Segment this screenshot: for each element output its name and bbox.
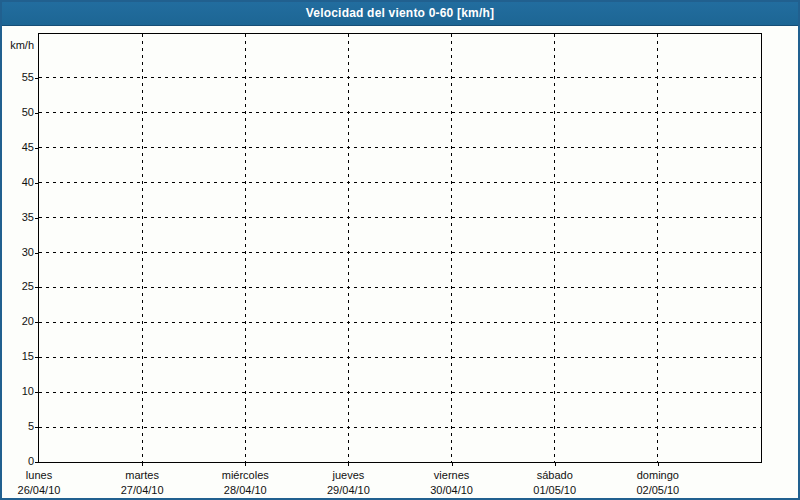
horizontal-gridline	[39, 427, 761, 428]
x-tick-mark	[452, 463, 453, 466]
y-axis-unit-label: km/h	[2, 39, 34, 51]
y-tick-mark	[35, 392, 39, 393]
x-day-label: jueves	[296, 469, 400, 482]
y-tick-label: 10	[2, 385, 34, 398]
horizontal-gridline	[39, 392, 761, 393]
y-tick-mark	[35, 78, 39, 79]
y-tick-label: 0	[2, 455, 34, 468]
chart-window: Velocidad del viento 0-60 [km/h] km/h 05…	[0, 0, 800, 500]
vertical-gridline	[142, 34, 143, 462]
horizontal-gridline	[39, 217, 761, 218]
x-tick-mark	[348, 463, 349, 466]
x-day-label: domingo	[606, 469, 710, 482]
x-date-label: 28/04/10	[193, 484, 297, 497]
x-day-label: viernes	[400, 469, 504, 482]
y-tick-mark	[35, 462, 39, 463]
x-tick-mark	[555, 463, 556, 466]
horizontal-gridline	[39, 252, 761, 253]
vertical-gridline	[451, 34, 452, 462]
x-tick-mark	[658, 463, 659, 466]
vertical-gridline	[657, 34, 658, 462]
y-tick-label: 25	[2, 280, 34, 293]
vertical-gridline	[245, 34, 246, 462]
vertical-gridline	[348, 34, 349, 462]
plot-area	[38, 33, 762, 463]
y-tick-mark	[35, 357, 39, 358]
y-tick-label: 55	[2, 71, 34, 84]
y-tick-label: 20	[2, 315, 34, 328]
y-tick-mark	[35, 148, 39, 149]
chart-title: Velocidad del viento 0-60 [km/h]	[306, 6, 494, 20]
x-date-label: 29/04/10	[296, 484, 400, 497]
x-date-label: 02/05/10	[606, 484, 710, 497]
horizontal-gridline	[39, 357, 761, 358]
y-tick-mark	[35, 322, 39, 323]
y-tick-label: 45	[2, 141, 34, 154]
chart-title-bar: Velocidad del viento 0-60 [km/h]	[2, 2, 798, 26]
y-tick-label: 15	[2, 350, 34, 363]
horizontal-gridline	[39, 112, 761, 113]
x-day-label: lunes	[0, 469, 91, 482]
y-tick-label: 5	[2, 420, 34, 433]
x-date-label: 01/05/10	[503, 484, 607, 497]
y-tick-mark	[35, 253, 39, 254]
x-tick-mark	[245, 463, 246, 466]
x-date-label: 26/04/10	[0, 484, 91, 497]
y-tick-mark	[35, 183, 39, 184]
horizontal-gridline	[39, 147, 761, 148]
horizontal-gridline	[39, 182, 761, 183]
x-day-label: miércoles	[193, 469, 297, 482]
horizontal-gridline	[39, 77, 761, 78]
y-tick-label: 50	[2, 106, 34, 119]
horizontal-gridline	[39, 322, 761, 323]
x-tick-mark	[142, 463, 143, 466]
y-tick-mark	[35, 287, 39, 288]
y-tick-mark	[35, 218, 39, 219]
y-tick-label: 35	[2, 211, 34, 224]
x-date-label: 30/04/10	[400, 484, 504, 497]
x-day-label: sábado	[503, 469, 607, 482]
x-date-label: 27/04/10	[90, 484, 194, 497]
x-day-label: martes	[90, 469, 194, 482]
vertical-gridline	[554, 34, 555, 462]
y-tick-label: 40	[2, 176, 34, 189]
horizontal-gridline	[39, 287, 761, 288]
y-tick-mark	[35, 113, 39, 114]
y-tick-mark	[35, 427, 39, 428]
y-tick-label: 30	[2, 246, 34, 259]
